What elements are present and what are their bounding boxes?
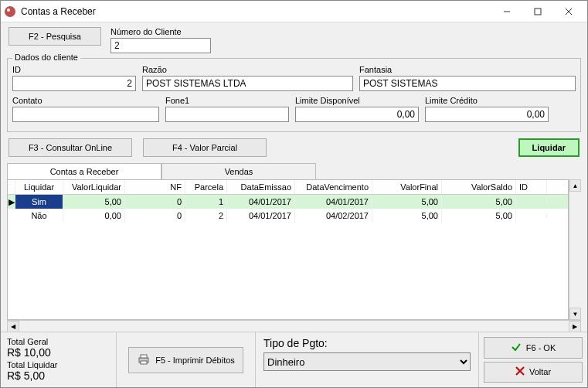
titlebar: Contas a Receber	[1, 1, 587, 22]
limdisp-label: Limite Disponível	[295, 96, 419, 105]
search-button[interactable]: F2 - Pesquisa	[8, 27, 101, 46]
col-valor-saldo[interactable]: ValorSaldo	[442, 180, 516, 194]
limdisp-input[interactable]	[295, 107, 419, 122]
cell: 0	[125, 195, 185, 209]
cell: 04/02/2017	[295, 209, 372, 223]
grid-header: Liquidar ValorLiquidar NF Parcela DataEm…	[8, 180, 568, 195]
check-icon	[511, 342, 522, 354]
id-input[interactable]	[12, 76, 136, 91]
col-parcela[interactable]: Parcela	[185, 180, 227, 194]
fone-input[interactable]	[165, 107, 289, 122]
printer-icon	[137, 352, 151, 368]
limcred-label: Limite Crédito	[425, 96, 549, 105]
cell: 1	[185, 195, 227, 209]
valor-parcial-button[interactable]: F4 - Valor Parcial	[143, 138, 267, 157]
minimize-button[interactable]	[491, 2, 522, 22]
cell: 5,00	[442, 195, 516, 209]
cell: 04/01/2017	[295, 195, 372, 209]
total-liquidar-label: Total Liquidar	[7, 360, 110, 369]
window-title: Contas a Receber	[21, 6, 491, 17]
col-liquidar[interactable]: Liquidar	[15, 180, 63, 194]
maximize-button[interactable]	[522, 2, 553, 22]
tab-vendas[interactable]: Vendas	[161, 163, 316, 179]
num-cliente-input[interactable]	[110, 38, 211, 53]
scroll-left-icon[interactable]: ◀	[7, 321, 19, 332]
window: Contas a Receber F2 - Pesquisa Número do…	[0, 0, 588, 388]
group-title: Dados do cliente	[12, 53, 80, 62]
close-button[interactable]	[553, 2, 584, 22]
scroll-down-icon[interactable]: ▼	[569, 308, 581, 320]
cell: 5,00	[372, 209, 442, 223]
footer: Total Geral R$ 10,00 Total Liquidar R$ 5…	[1, 332, 587, 387]
svg-rect-8	[141, 361, 147, 364]
horizontal-scrollbar[interactable]: ◀ ▶	[7, 320, 581, 332]
razao-label: Razão	[142, 65, 353, 74]
scroll-right-icon[interactable]: ▶	[569, 321, 581, 332]
cell[interactable]: Sim	[15, 195, 63, 209]
tipo-pagto-label: Tipo de Pgto:	[263, 337, 471, 349]
svg-point-1	[7, 9, 10, 12]
table-row[interactable]: ▶ Sim 5,00 0 1 04/01/2017 04/01/2017 5,0…	[8, 195, 568, 209]
cell	[516, 213, 547, 218]
cell: 04/01/2017	[227, 195, 295, 209]
contato-input[interactable]	[12, 107, 159, 122]
cell	[516, 199, 547, 204]
id-label: ID	[12, 65, 136, 74]
razao-input[interactable]	[142, 76, 353, 91]
svg-rect-3	[535, 9, 541, 15]
cell: 0,00	[63, 209, 125, 223]
fantasia-label: Fantasia	[359, 65, 576, 74]
col-valor-final[interactable]: ValorFinal	[372, 180, 442, 194]
fantasia-input[interactable]	[359, 76, 576, 91]
total-geral-label: Total Geral	[7, 337, 110, 346]
tab-contas-receber[interactable]: Contas a Receber	[7, 163, 161, 179]
close-icon	[515, 366, 525, 377]
col-nf[interactable]: NF	[125, 180, 185, 194]
cell: 0	[125, 209, 185, 223]
svg-rect-7	[141, 355, 147, 358]
col-valor-liquidar[interactable]: ValorLiquidar	[63, 180, 125, 194]
dados-cliente-group: Dados do cliente ID Razão Fantasia Conta…	[7, 58, 581, 132]
grid: Liquidar ValorLiquidar NF Parcela DataEm…	[7, 179, 569, 320]
col-data-emissao[interactable]: DataEmissao	[227, 180, 295, 194]
liquidar-button[interactable]: Liquidar	[518, 138, 580, 157]
row-pointer-icon: ▶	[8, 197, 15, 207]
table-row[interactable]: Não 0,00 0 2 04/01/2017 04/02/2017 5,00 …	[8, 209, 568, 223]
cell[interactable]: Não	[15, 209, 63, 223]
app-icon	[4, 5, 16, 18]
cell: 5,00	[372, 195, 442, 209]
num-cliente-label: Número do Cliente	[110, 27, 211, 36]
col-id[interactable]: ID	[516, 180, 547, 194]
total-geral-value: R$ 10,00	[7, 346, 110, 359]
cell: 2	[185, 209, 227, 223]
cell: 04/01/2017	[227, 209, 295, 223]
voltar-button[interactable]: Voltar	[484, 362, 583, 383]
cell: 5,00	[442, 209, 516, 223]
ok-button[interactable]: F6 - OK	[484, 337, 583, 359]
col-data-vencimento[interactable]: DataVencimento	[295, 180, 372, 194]
cell: 5,00	[63, 195, 125, 209]
vertical-scrollbar[interactable]: ▲ ▼	[569, 179, 581, 320]
svg-point-0	[5, 6, 15, 17]
print-button[interactable]: F5 - Imprimir Débitos	[128, 347, 243, 373]
consultar-online-button[interactable]: F3 - Consultar OnLine	[8, 138, 132, 157]
limcred-input[interactable]	[425, 107, 549, 122]
tipo-pagto-select[interactable]: Dinheiro	[263, 352, 471, 371]
print-label: F5 - Imprimir Débitos	[155, 356, 235, 365]
contato-label: Contato	[12, 96, 159, 105]
scroll-up-icon[interactable]: ▲	[569, 179, 581, 192]
fone-label: Fone1	[165, 96, 289, 105]
total-liquidar-value: R$ 5,00	[7, 369, 110, 382]
